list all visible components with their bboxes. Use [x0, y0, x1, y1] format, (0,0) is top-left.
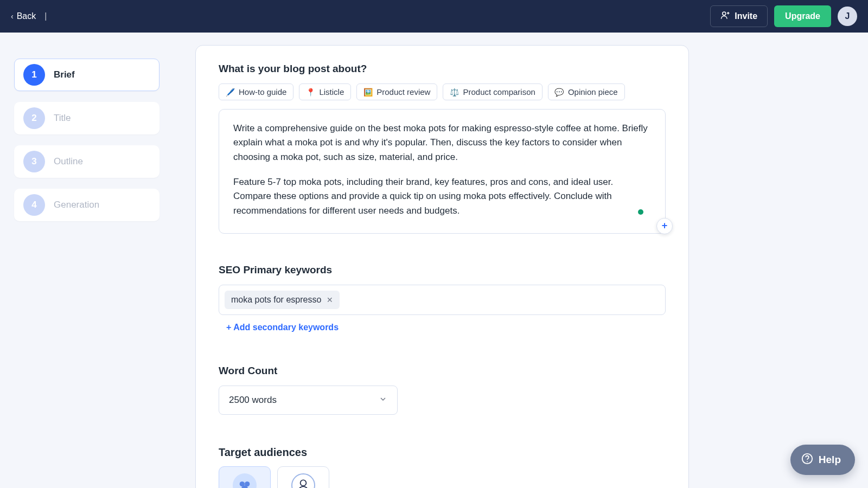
people-icon: [233, 473, 257, 488]
step-label: Title: [54, 113, 71, 124]
chip-label: Product review: [376, 87, 430, 97]
wordcount-section: Word Count 2500 words: [219, 365, 666, 415]
step-label: Outline: [54, 156, 83, 167]
status-dot-icon: [638, 209, 643, 215]
add-secondary-keywords-link[interactable]: + Add secondary keywords: [226, 323, 666, 332]
step-number: 2: [23, 107, 45, 129]
user-plus-icon: [720, 10, 730, 22]
sidebar: 1 Brief 2 Title 3 Outline 4 Generation: [14, 59, 159, 221]
upgrade-label: Upgrade: [785, 11, 820, 21]
plus-icon: +: [662, 219, 668, 234]
step-number: 1: [23, 64, 45, 86]
chip-label: How-to guide: [239, 87, 286, 97]
chevron-left-icon: ‹: [11, 12, 14, 21]
svg-point-0: [723, 12, 726, 15]
topbar-left: ‹ Back |: [11, 11, 47, 21]
remove-keyword-button[interactable]: ✕: [327, 296, 333, 304]
topbar-divider: |: [44, 11, 47, 21]
post-type-chips: 🖊️ How-to guide 📍 Listicle 🖼️ Product re…: [219, 84, 666, 100]
seo-heading: SEO Primary keywords: [219, 264, 666, 276]
audience-option-everyone[interactable]: [219, 466, 271, 488]
wordcount-select[interactable]: 2500 words: [219, 386, 398, 415]
keyword-tag: moka pots for espresso ✕: [225, 291, 340, 309]
audiences-heading: Target audiences: [219, 446, 666, 459]
chevron-down-icon: [379, 395, 387, 406]
chip-label: Listicle: [319, 87, 344, 97]
keyword-text-input[interactable]: [344, 295, 660, 305]
wordcount-value: 2500 words: [229, 395, 277, 406]
audiences-row: [219, 466, 666, 488]
frame-icon: 🖼️: [363, 88, 372, 97]
step-outline[interactable]: 3 Outline: [14, 145, 159, 178]
chip-opinion[interactable]: 💬 Opinion piece: [548, 84, 625, 100]
chat-icon: 💬: [555, 88, 564, 97]
step-title[interactable]: 2 Title: [14, 102, 159, 134]
back-button[interactable]: ‹ Back: [11, 11, 36, 21]
seo-section: SEO Primary keywords moka pots for espre…: [219, 264, 666, 332]
svg-point-6: [807, 461, 808, 462]
audiences-section: Target audiences: [219, 446, 666, 488]
chip-product-review[interactable]: 🖼️ Product review: [356, 84, 437, 100]
step-generation[interactable]: 4 Generation: [14, 189, 159, 221]
help-icon: [801, 453, 813, 467]
add-brief-button[interactable]: +: [656, 218, 673, 234]
keyword-text: moka pots for espresso: [231, 295, 321, 305]
wordcount-heading: Word Count: [219, 365, 666, 377]
step-number: 4: [23, 194, 45, 216]
svg-point-4: [301, 480, 307, 486]
chip-product-comparison[interactable]: ⚖️ Product comparison: [443, 84, 542, 100]
step-brief[interactable]: 1 Brief: [14, 59, 159, 91]
wand-icon: 🖊️: [226, 88, 234, 97]
brief-paragraph: Write a comprehensive guide on the best …: [233, 121, 651, 164]
step-number: 3: [23, 151, 45, 172]
chip-howto[interactable]: 🖊️ How-to guide: [219, 84, 293, 100]
upgrade-button[interactable]: Upgrade: [774, 5, 831, 27]
about-heading: What is your blog post about?: [219, 63, 666, 75]
main-card: What is your blog post about? 🖊️ How-to …: [195, 45, 689, 488]
topbar-right: Invite Upgrade J: [710, 5, 857, 27]
step-label: Brief: [54, 69, 75, 80]
scales-icon: ⚖️: [450, 88, 458, 97]
chip-label: Product comparison: [463, 87, 535, 97]
chip-listicle[interactable]: 📍 Listicle: [299, 84, 351, 100]
step-label: Generation: [54, 200, 99, 210]
help-label: Help: [819, 454, 841, 466]
invite-label: Invite: [735, 11, 757, 21]
avatar[interactable]: J: [838, 7, 857, 26]
invite-button[interactable]: Invite: [710, 5, 768, 27]
audience-option-persona[interactable]: [277, 466, 329, 488]
brief-paragraph: Feature 5-7 top moka pots, including the…: [233, 175, 651, 218]
persona-icon: [291, 473, 315, 488]
avatar-initial: J: [845, 11, 850, 21]
brief-textarea[interactable]: Write a comprehensive guide on the best …: [219, 109, 666, 234]
help-button[interactable]: Help: [790, 445, 855, 475]
keywords-input[interactable]: moka pots for espresso ✕: [219, 285, 666, 315]
chip-label: Opinion piece: [568, 87, 618, 97]
back-label: Back: [17, 11, 36, 21]
pin-icon: 📍: [306, 88, 315, 97]
topbar: ‹ Back | Invite Upgrade J: [0, 0, 868, 33]
